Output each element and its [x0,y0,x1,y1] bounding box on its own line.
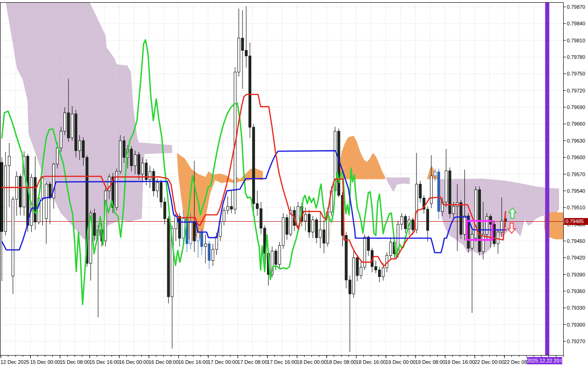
candle [493,221,495,247]
candle-body [212,249,214,260]
time-tick-label: 17 Dec 08:00 [237,359,267,365]
candle-body [34,178,36,222]
candle-body [430,176,432,204]
candle-body [379,270,381,277]
price-tick-label: 0.79720 [567,88,585,93]
candle-body [471,234,473,248]
price-tick-label: 0.79330 [567,305,585,310]
candle [434,168,436,181]
candle [245,6,247,68]
vertical-time-line[interactable] [545,2,549,356]
candle-body [256,204,259,209]
candle [249,43,251,138]
cloud-orange [427,166,439,179]
time-tick-label: 16 Dec 00:00 [119,359,149,365]
chart-canvas[interactable]: 0.798700.798400.798100.797800.797500.797… [0,0,588,368]
candle-body [93,213,96,235]
time-tick-label: 19 Dec 08:00 [415,359,445,365]
cloud-purple [386,178,410,192]
candle-body [190,221,192,243]
candle-body [82,141,85,157]
candle [323,220,325,253]
candle-body [230,207,232,209]
candle [438,168,440,219]
time-axis[interactable]: 12 Dec 202515 Dec 00:0015 Dec 08:0015 De… [0,356,564,365]
candle [308,210,310,238]
candle [375,260,377,273]
candle-body [12,199,14,276]
candle-body [401,217,403,224]
candle-body [204,244,207,247]
candle-body [460,202,462,234]
candle-body [49,184,51,198]
candle-body [297,207,299,225]
candle [230,191,232,213]
trading-chart-window: 0.798700.798400.798100.797800.797500.797… [0,0,588,368]
candle [475,186,477,242]
candle-body [345,236,347,280]
time-tick-label: 17 Dec 16:00 [267,359,297,365]
candle-body [1,162,3,231]
candle-body [412,220,414,230]
candle [497,230,499,254]
price-axis[interactable]: 0.798700.798400.798100.797800.797500.797… [564,4,585,344]
candle [256,191,259,216]
candle [404,214,407,233]
candle-body [438,172,440,212]
time-tick-label: 12 Dec 2025 [0,359,29,365]
candle-body [193,221,196,241]
price-tick-label: 0.79300 [567,322,585,328]
candle-body [201,233,203,247]
price-tick-label: 0.79810 [567,38,585,43]
candle-body [64,113,66,131]
crosshair-date-label: 2025.12.22 20:00 [527,357,562,364]
price-tick-label: 0.79360 [567,288,585,294]
candle-body [316,220,318,238]
candle [426,207,429,242]
candle [45,182,47,243]
candle [319,212,322,248]
candle [345,232,347,288]
candle [8,143,11,207]
candle-body [445,171,447,202]
candle [153,168,155,196]
current-price-label: 0.79485 [564,218,588,225]
candle [115,168,118,210]
candle-body [241,38,243,51]
price-tick-label: 0.79420 [567,255,585,260]
candle-body [68,113,70,138]
price-tick-label: 0.79600 [567,155,585,160]
time-tick-label: 17 Dec 00:00 [208,359,237,365]
candle-body [149,171,151,179]
candle-body [160,183,162,202]
candle [1,157,3,281]
candle-body [282,218,284,246]
candle [471,230,473,313]
candle-body [226,207,229,210]
candle [16,171,18,216]
candle [5,152,7,236]
candle-body [426,209,429,230]
candle-body [352,258,355,294]
candle [460,200,462,239]
candle-body [278,246,281,264]
candle-body [323,230,325,243]
candle-body [237,38,240,72]
price-tick-label: 0.79270 [567,339,585,344]
time-tick-label: 15 Dec 00:00 [30,359,60,365]
candle-body [19,176,22,207]
candle-body [312,220,314,232]
candle [278,242,281,268]
candle-body [367,237,369,250]
candle-body [208,244,210,260]
candle-body [349,280,351,294]
candle [349,276,351,352]
candle-body [223,210,225,221]
price-tick-label: 0.79690 [567,104,585,110]
candle [208,241,210,269]
candle [260,202,262,234]
candle-body [119,141,121,172]
candle [379,267,381,282]
candle [167,216,170,303]
time-tick-label: 16 Dec 08:00 [148,359,178,365]
